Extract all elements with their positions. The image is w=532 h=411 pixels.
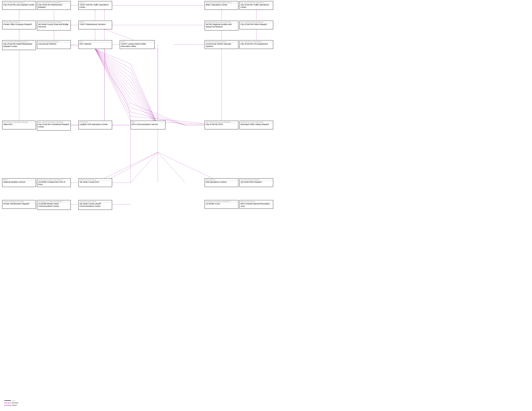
node-n20: DPSDPS Communications Service bbox=[131, 121, 165, 129]
node-category-n4: International Boundary Water Commis bbox=[206, 2, 237, 3]
node-title-n16: City of Del Rio Fire Department bbox=[240, 43, 272, 45]
node-category-n10: City of Del Rio Police Department bbox=[240, 21, 272, 23]
legend-line bbox=[4, 400, 11, 401]
node-title-n13: DPS Vehicles bbox=[79, 43, 111, 45]
svg-line-48 bbox=[95, 49, 131, 116]
node-n2: City of Del Rio Streets DepartmentCity o… bbox=[37, 1, 71, 10]
node-category-n18: City of Del Rio Emergency Managem bbox=[38, 121, 70, 123]
node-title-n24: US BCBP Amistad Dam Port of Entry bbox=[38, 181, 70, 186]
node-n18: City of Del Rio Emergency ManagemCity of… bbox=[37, 121, 71, 130]
node-n8: TxDOTTxDOT Maintenance Sections bbox=[78, 21, 112, 29]
legend-label: Future bbox=[12, 404, 17, 406]
legend-item: —— bbox=[4, 400, 18, 402]
svg-line-54 bbox=[131, 82, 158, 125]
legend-label: —— bbox=[12, 400, 15, 402]
node-title-n2: City of Del Rio Maintenance Dispatch bbox=[38, 4, 70, 9]
node-title-n1: City of Del Rio Gas Dispatch Center bbox=[3, 4, 35, 6]
node-category-n22: Municipal or County Public Safety bbox=[240, 121, 272, 123]
node-title-n3: TxDOT Del Rio Traffic Operations Center bbox=[79, 4, 111, 9]
legend-line bbox=[4, 403, 11, 403]
node-title-n21: City of Del Rio EOC bbox=[206, 123, 237, 126]
node-n17: DPS Division of Emergency ManageState EO… bbox=[2, 121, 36, 129]
node-n10: City of Del Rio Police DepartmentCity of… bbox=[239, 21, 273, 29]
node-title-n28: Private Tow/Wrecker Dispatch bbox=[3, 203, 35, 205]
svg-line-67 bbox=[131, 152, 158, 183]
node-n23: NOAANational Weather Service bbox=[2, 178, 36, 187]
node-category-n2: City of Del Rio Streets Department bbox=[38, 2, 70, 3]
node-title-n9: Del Rio Regional Incident and Mutual Aid… bbox=[206, 23, 237, 28]
node-category-n13: DPS bbox=[79, 41, 111, 43]
node-category-n30: Val Verde County Sheriff bbox=[79, 201, 111, 202]
node-title-n6: Private Utility Company Dispatch bbox=[3, 23, 35, 26]
node-category-n32: National Park Service bbox=[240, 201, 272, 202]
node-n22: Municipal or County Public SafetyMunicip… bbox=[239, 121, 273, 129]
node-n24: US Bureau of Customs and Border PUS BCBP… bbox=[37, 178, 71, 187]
node-n16: City of Del Rio Fire DepartmentCity of D… bbox=[239, 40, 273, 49]
node-category-n12: Commercial Vehicle Operators bbox=[38, 41, 70, 43]
node-category-n14: TxDOT bbox=[121, 41, 153, 43]
node-n30: Val Verde County SheriffVal Verde County… bbox=[78, 200, 112, 210]
node-n21: City of Del Rio Emergency ManagemCity of… bbox=[205, 121, 238, 129]
node-n32: National Park ServiceNPS Amistad Nationa… bbox=[239, 200, 273, 209]
svg-line-42 bbox=[95, 49, 131, 90]
svg-line-55 bbox=[131, 86, 158, 125]
node-n19: US Air ForceLaughlin AFB Operations Cent… bbox=[78, 121, 112, 129]
node-n31: US Bureau of Customs and Border PUS BCBP… bbox=[205, 200, 238, 209]
node-category-n15: Commercial Vehicle Operators bbox=[206, 41, 237, 43]
node-title-n30: Val Verde County Sheriff Communications … bbox=[79, 203, 111, 208]
node-title-n20: DPS Communications Service bbox=[132, 123, 164, 126]
node-category-n7: Val Verde County Road and Bridge bbox=[38, 21, 70, 23]
node-category-n20: DPS bbox=[132, 121, 164, 123]
node-n14: TxDOTTxDOT Laredo District Public Inform… bbox=[120, 40, 154, 49]
node-category-n21: City of Del Rio Emergency Managem bbox=[206, 121, 237, 123]
node-category-n25: Val Verde County Judge bbox=[79, 179, 111, 181]
node-category-n27: Val Verde Regional Hospital bbox=[240, 179, 272, 181]
svg-line-50 bbox=[131, 64, 158, 125]
node-category-n28: Private Tow/Wrecker Providers bbox=[3, 201, 35, 202]
node-n6: Private Utility CompaniesPrivate Utility… bbox=[2, 21, 36, 29]
legend-line bbox=[4, 405, 11, 406]
node-title-n27: Val Verde EMS Dispatch bbox=[240, 181, 272, 183]
svg-line-47 bbox=[95, 49, 131, 112]
node-title-n26: Rail Operations Centers bbox=[206, 181, 237, 183]
node-n26: Rail OperatorsRail Operations Centers bbox=[205, 178, 238, 187]
svg-line-45 bbox=[95, 49, 131, 103]
svg-line-38 bbox=[95, 49, 131, 73]
node-title-n22: Municipal Public Safety Dispatch bbox=[240, 123, 272, 126]
svg-line-41 bbox=[95, 49, 131, 86]
node-title-n10: City of Del Rio Police Dispatch bbox=[240, 23, 272, 26]
node-title-n23: National Weather Service bbox=[3, 181, 35, 183]
svg-line-65 bbox=[95, 152, 158, 183]
legend-item: Planned bbox=[4, 402, 18, 404]
node-category-n23: NOAA bbox=[3, 179, 35, 181]
node-title-n7: Val Verde County Road and Bridge Precinc… bbox=[38, 23, 70, 28]
node-title-n15: Commercial Vehicle Operator Systems bbox=[206, 43, 237, 48]
legend-label: Planned bbox=[12, 402, 18, 404]
node-category-n8: TxDOT bbox=[79, 21, 111, 23]
node-category-n6: Private Utility Companies bbox=[3, 21, 35, 23]
node-category-n17: DPS Division of Emergency Manage bbox=[3, 121, 35, 123]
node-n27: Val Verde Regional HospitalVal Verde EMS… bbox=[239, 178, 273, 187]
node-n9: Regional Emergency and Public SafeDel Ri… bbox=[205, 21, 238, 30]
node-title-n5: City of Del Rio Traffic Operations Cente… bbox=[240, 4, 272, 9]
node-category-n31: US Bureau of Customs and Border P bbox=[206, 201, 237, 202]
node-n7: Val Verde County Road and BridgeVal Verd… bbox=[37, 21, 71, 30]
svg-line-56 bbox=[131, 90, 158, 125]
node-category-n16: City of Del Rio Fire Department bbox=[240, 41, 272, 43]
node-title-n19: Laughlin AFB Operations Center bbox=[79, 123, 111, 126]
node-n12: Commercial Vehicle OperatorsCommercial V… bbox=[37, 40, 71, 49]
node-n3: TxDOTTxDOT Del Rio Traffic Operations Ce… bbox=[78, 1, 112, 10]
node-title-n17: State EOC bbox=[3, 123, 35, 126]
node-title-n31: US BCBP CASC bbox=[206, 203, 237, 205]
node-category-n29: US Bureau of Customs and Border P bbox=[38, 201, 70, 202]
node-title-n18: City of Del Rio Centralized Dispatch Cen… bbox=[38, 123, 70, 128]
node-category-n3: TxDOT bbox=[79, 2, 111, 3]
node-title-n25: Val Verde County EOC bbox=[79, 181, 111, 183]
svg-line-70 bbox=[158, 152, 222, 183]
node-category-n5: City of Del Rio Streets Department bbox=[240, 2, 272, 3]
svg-line-40 bbox=[95, 49, 131, 82]
node-title-n29: US BCBP Border Patrol Communications Cen… bbox=[38, 203, 70, 208]
svg-line-52 bbox=[131, 73, 158, 125]
node-title-n4: IBWC Operations Center bbox=[206, 4, 237, 6]
node-n25: Val Verde County JudgeVal Verde County E… bbox=[78, 178, 112, 187]
